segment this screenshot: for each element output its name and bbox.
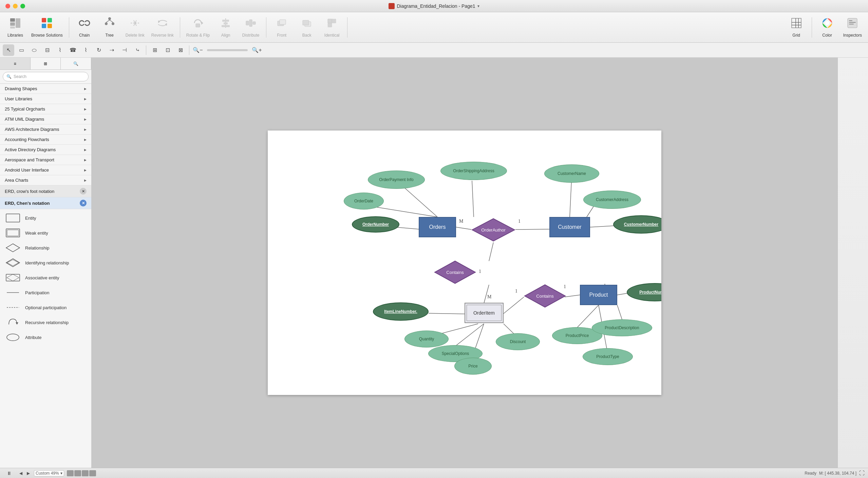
pause-button[interactable]: ⏸ [3, 467, 15, 478]
attr-quantity[interactable]: Quantity [404, 331, 449, 347]
svg-line-65 [515, 229, 549, 230]
shape-entity[interactable]: Entity [0, 211, 91, 225]
shape-recursive-relationship[interactable]: Recursive relationship [0, 315, 91, 330]
table-tool[interactable]: ⊟ [41, 44, 53, 56]
attr-price[interactable]: Price [454, 358, 492, 375]
erd-crows-header[interactable]: ERD, crow's foot notation ✕ [0, 185, 91, 197]
view-btn-1[interactable] [67, 470, 74, 476]
path-tool-2[interactable]: ☎ [67, 44, 79, 56]
sidebar-item-area-charts[interactable]: Area Charts ▶ [0, 175, 91, 185]
view-btn-2[interactable] [74, 470, 81, 476]
attr-productdescription[interactable]: ProductDescription [592, 319, 652, 336]
attr-ordershippingaddress[interactable]: OrderShippingAddress [440, 162, 507, 180]
chain-button[interactable]: Chain [73, 14, 96, 41]
sidebar-tab-search[interactable]: 🔍 [61, 58, 91, 69]
path-tool-3[interactable]: ⌇ [80, 44, 92, 56]
sidebar-item-aerospace[interactable]: Aerospace and Transport ▶ [0, 155, 91, 165]
entity-orderitem[interactable]: OrderItem [465, 303, 504, 323]
identical-button[interactable]: Identical [320, 14, 344, 41]
entity-customer[interactable]: Customer [549, 217, 590, 237]
shape-associative-entity[interactable]: Associative entity [0, 270, 91, 285]
erd-crows-close[interactable]: ✕ [80, 188, 87, 195]
minimize-button[interactable] [13, 4, 18, 8]
tree-button[interactable]: Tree [98, 14, 121, 41]
rotate-flip-button[interactable]: Rotate & Flip [184, 14, 212, 41]
ellipse-tool[interactable]: ⬭ [29, 44, 40, 56]
shape-weak-entity[interactable]: Weak entity [0, 225, 91, 240]
align-button[interactable]: Align [214, 14, 238, 41]
title-dropdown[interactable]: ▾ [477, 4, 479, 8]
resize-tool[interactable]: ⊞ [149, 44, 161, 56]
sidebar-tab-list[interactable]: ≡ [0, 58, 31, 69]
attr-ordernumber[interactable]: OrderNumber [352, 216, 399, 233]
entity-product[interactable]: Product [580, 285, 617, 305]
transform-tool[interactable]: ⊠ [175, 44, 186, 56]
sidebar-item-android[interactable]: Android User Interface ▶ [0, 165, 91, 175]
select-tool[interactable]: ↖ [3, 44, 14, 56]
shape-attribute[interactable]: Attribute [0, 330, 91, 345]
search-box[interactable]: 🔍 Search [3, 72, 89, 81]
path-tool-5[interactable]: ⇢ [106, 44, 117, 56]
connector-tool[interactable]: ⊣ [119, 44, 130, 56]
back-button[interactable]: Back [295, 14, 319, 41]
front-button[interactable]: Front [270, 14, 294, 41]
shape-identifying-relationship[interactable]: Identifying relationship [0, 255, 91, 270]
attr-itemlinenumber[interactable]: ItemLineNumber. [373, 302, 429, 321]
rel-contains-1[interactable]: Contains [434, 260, 476, 284]
prev-page-button[interactable]: ◀ [18, 470, 24, 476]
attr-orderdate[interactable]: OrderDate [344, 193, 384, 210]
fullscreen-button[interactable] [20, 4, 25, 8]
path-tool-1[interactable]: ⌇ [54, 44, 66, 56]
zoom-in-btn[interactable]: 🔍+ [251, 44, 263, 56]
diagram-canvas[interactable]: M 1 1 M 1 1 1 OrderNumber OrderDate Orde… [268, 131, 661, 395]
attr-productnumber[interactable]: ProductNumber [627, 283, 661, 301]
view-btn-3[interactable] [82, 470, 89, 476]
erd-chens-header[interactable]: ERD, Chen's notation ✕ [0, 197, 91, 209]
shape-library-content: Entity Weak entity Relationship [0, 209, 91, 346]
attr-discount[interactable]: Discount [496, 333, 540, 350]
next-page-button[interactable]: ▶ [25, 470, 31, 476]
sidebar-item-accounting[interactable]: Accounting Flowcharts ▶ [0, 135, 91, 145]
reverse-link-button[interactable]: Reverse link [149, 14, 176, 41]
sidebar-item-drawing-shapes[interactable]: Drawing Shapes ▶ [0, 84, 91, 94]
entity-orders[interactable]: Orders [419, 217, 456, 237]
rel-contains-2[interactable]: Contains [524, 284, 566, 308]
shape-optional-participation[interactable]: Optional participation [0, 300, 91, 315]
path-tool-4[interactable]: ↻ [93, 44, 105, 56]
fullscreen-icon[interactable]: ⛶ [859, 470, 865, 476]
crop-tool[interactable]: ⊡ [162, 44, 173, 56]
sidebar-item-atm-uml[interactable]: ATM UML Diagrams ▶ [0, 114, 91, 124]
grid-button[interactable]: Grid [785, 14, 808, 41]
sidebar-item-typical-orgcharts[interactable]: 25 Typical Orgcharts ▶ [0, 104, 91, 114]
shape-relationship[interactable]: Relationship [0, 240, 91, 255]
rectangle-tool[interactable]: ▭ [16, 44, 27, 56]
delete-link-button[interactable]: Delete link [123, 14, 147, 41]
zoom-out-btn[interactable]: 🔍− [192, 44, 204, 56]
attr-orderpaymentinfo[interactable]: OrderPayment Info [368, 171, 425, 189]
color-button[interactable]: Color [815, 14, 839, 41]
close-button[interactable] [5, 4, 10, 8]
distribute-button[interactable]: Distribute [239, 14, 263, 41]
erd-chens-close[interactable]: ✕ [80, 200, 87, 206]
reverse-link-icon [156, 17, 169, 32]
svg-point-13 [112, 22, 114, 25]
sidebar-item-user-libraries[interactable]: User Libraries ▶ [0, 94, 91, 104]
attr-customernumber[interactable]: CustomerNumber [613, 215, 661, 234]
sidebar-item-active-directory[interactable]: Active Directory Diagrams ▶ [0, 145, 91, 155]
view-btn-4[interactable] [89, 470, 96, 476]
attr-customername[interactable]: CustomerName [544, 164, 599, 183]
inspectors-button[interactable]: Inspectors [841, 14, 865, 41]
shape-participation[interactable]: Participation [0, 285, 91, 300]
attr-customeraddress[interactable]: CustomerAddress [583, 191, 641, 209]
browse-solutions-button[interactable]: Browse Solutions [29, 14, 65, 41]
sidebar-item-aws[interactable]: AWS Architecture Diagrams ▶ [0, 124, 91, 135]
rel-orderauthor[interactable]: OrderAuthor [471, 218, 515, 242]
libraries-button[interactable]: Libraries [3, 14, 27, 41]
sidebar-tab-grid[interactable]: ⊞ [31, 58, 61, 69]
svg-marker-58 [16, 322, 18, 324]
zoom-slider[interactable] [207, 49, 248, 51]
bezier-tool[interactable]: ⤷ [132, 44, 143, 56]
svg-text:OrderAuthor: OrderAuthor [481, 227, 506, 233]
attr-producttype[interactable]: ProductType [583, 348, 633, 365]
zoom-select[interactable]: Custom 49% ▾ [34, 470, 64, 476]
